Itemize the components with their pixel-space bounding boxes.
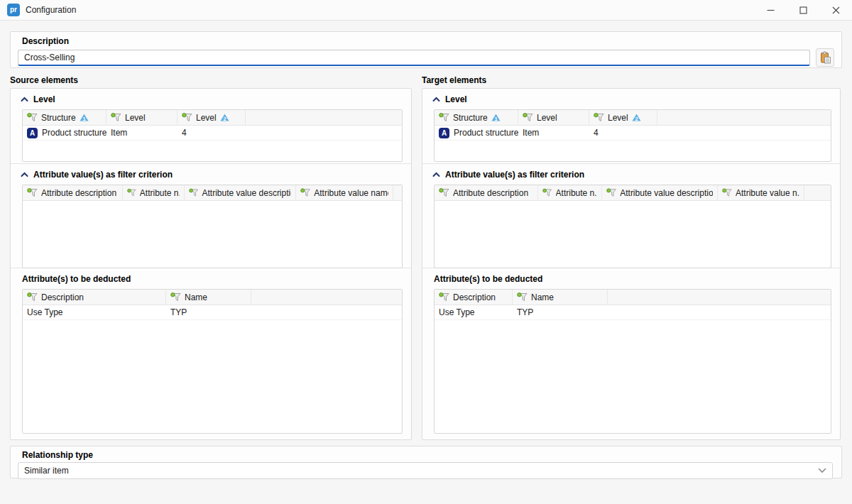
target-level-section-header[interactable]: Level — [422, 89, 840, 109]
description-input[interactable] — [18, 50, 810, 66]
source-deducted-table: Description Name Use Type TYP — [22, 289, 403, 434]
relationship-type-dropdown[interactable]: Similar item — [18, 462, 833, 479]
maximize-button[interactable] — [787, 0, 819, 20]
svg-text:1: 1 — [494, 116, 497, 121]
funnel-filter-icon[interactable] — [27, 292, 38, 302]
cell-structure: Product structure — [42, 128, 106, 138]
column-label: Attribute value description — [620, 188, 713, 198]
source-filter-section: Attribute value(s) as filter criterion A… — [11, 164, 411, 268]
column-header-attribute-description[interactable]: Attribute description — [23, 185, 123, 200]
column-header-name[interactable]: Name — [513, 290, 608, 305]
description-label: Description — [11, 32, 841, 46]
close-button[interactable] — [819, 0, 852, 20]
cell-description: Use Type — [23, 305, 166, 319]
column-header-level[interactable]: Level — [106, 110, 178, 125]
column-label: Attribute value n... — [736, 188, 799, 198]
funnel-filter-icon[interactable] — [182, 113, 192, 122]
column-label: Structure — [41, 113, 76, 123]
column-header-attribute-description[interactable]: Attribute description — [435, 185, 538, 200]
sort-priority-icon: 2 — [220, 114, 229, 121]
column-header-attribute-value-name[interactable]: Attribute value name — [296, 185, 393, 200]
column-label: Description — [41, 292, 84, 302]
cell-level-number: 4 — [589, 126, 657, 140]
source-deducted-section: Attribute(s) to be deducted Description … — [11, 268, 411, 439]
column-header-attribute-value-description[interactable]: Attribute value description — [185, 185, 296, 200]
app-logo-icon: pr — [7, 4, 20, 16]
column-header-description[interactable]: Description — [435, 290, 513, 305]
target-deducted-table: Description Name Use Type TYP — [434, 289, 831, 434]
svg-text:1: 1 — [82, 116, 85, 121]
column-header-attribute-value-description[interactable]: Attribute value description — [602, 185, 718, 200]
column-header-empty — [608, 290, 831, 305]
sort-priority-icon: 2 — [632, 114, 641, 121]
close-icon — [832, 6, 840, 14]
funnel-filter-icon[interactable] — [542, 188, 552, 197]
column-label: Name — [185, 292, 207, 302]
table-header: Structure 1 Level Level 2 — [23, 110, 402, 126]
table-row[interactable]: Use Type TYP — [435, 305, 831, 320]
column-header-structure[interactable]: Structure 1 — [23, 110, 106, 125]
column-label: Attribute description — [453, 188, 528, 198]
cell-level: Item — [518, 126, 589, 140]
minimize-button[interactable] — [754, 0, 787, 20]
column-header-structure[interactable]: Structure 1 — [435, 110, 518, 125]
chevron-up-icon — [432, 97, 440, 102]
column-header-attribute-name[interactable]: Attribute n... — [123, 185, 185, 200]
table-header: Structure 1 Level Level 2 — [435, 110, 831, 126]
cell-description: Use Type — [435, 305, 513, 319]
column-header-level-number[interactable]: Level 2 — [589, 110, 657, 125]
relationship-type-panel: Relationship type Similar item — [10, 446, 842, 478]
paste-clipboard-icon — [819, 51, 832, 65]
funnel-filter-icon[interactable] — [439, 188, 449, 197]
dropdown-selected-value: Similar item — [24, 466, 69, 476]
column-header-level[interactable]: Level — [518, 110, 589, 125]
column-header-attribute-name[interactable]: Attribute n... — [538, 185, 602, 200]
funnel-filter-icon[interactable] — [27, 188, 38, 197]
table-row[interactable]: A Product structure Item 4 — [435, 126, 831, 141]
column-header-attribute-value-name[interactable]: Attribute value n... — [718, 185, 804, 200]
source-elements-panel: Level Structure 1 Level Level — [10, 88, 412, 440]
column-header-description[interactable]: Description — [23, 290, 166, 305]
funnel-filter-icon[interactable] — [127, 188, 136, 197]
maximize-icon — [799, 6, 807, 14]
target-filter-section-header[interactable]: Attribute value(s) as filter criterion — [422, 164, 840, 185]
source-filter-section-header[interactable]: Attribute value(s) as filter criterion — [11, 164, 411, 185]
column-label: Attribute value name — [314, 188, 388, 198]
column-label: Attribute description — [41, 188, 116, 198]
funnel-filter-icon[interactable] — [111, 113, 121, 122]
column-label: Level — [125, 113, 146, 123]
table-row[interactable]: A Product structure Item 4 — [23, 126, 402, 141]
funnel-filter-icon[interactable] — [189, 188, 199, 197]
column-label: Level — [196, 113, 217, 123]
funnel-filter-icon[interactable] — [170, 292, 181, 302]
source-level-section: Level Structure 1 Level Level — [11, 89, 411, 164]
source-level-section-header[interactable]: Level — [11, 89, 411, 109]
funnel-filter-icon[interactable] — [300, 188, 310, 197]
funnel-filter-icon[interactable] — [439, 113, 449, 122]
structure-type-icon: A — [439, 128, 449, 138]
chevron-up-icon — [432, 172, 440, 177]
table-header: Attribute description Attribute n... Att… — [435, 185, 831, 201]
column-header-empty — [804, 185, 831, 200]
section-title: Attribute(s) to be deducted — [434, 274, 542, 284]
window-title: Configuration — [26, 5, 76, 15]
cell-name: TYP — [166, 305, 251, 319]
funnel-filter-icon[interactable] — [594, 113, 604, 122]
cell-name: TYP — [513, 305, 608, 319]
funnel-filter-icon[interactable] — [722, 188, 732, 197]
column-header-empty — [657, 110, 831, 125]
paste-button[interactable] — [816, 48, 834, 67]
table-row[interactable]: Use Type TYP — [23, 305, 402, 320]
column-header-name[interactable]: Name — [166, 290, 251, 305]
funnel-filter-icon[interactable] — [606, 188, 616, 197]
funnel-filter-icon[interactable] — [27, 113, 38, 122]
minimize-icon — [767, 6, 775, 14]
column-header-empty — [246, 110, 402, 125]
funnel-filter-icon[interactable] — [523, 113, 533, 122]
target-level-section: Level Structure 1 Level Level — [422, 89, 840, 164]
funnel-filter-icon[interactable] — [439, 292, 449, 302]
funnel-filter-icon[interactable] — [517, 292, 528, 302]
titlebar: pr Configuration — [0, 0, 852, 21]
column-header-level-number[interactable]: Level 2 — [178, 110, 246, 125]
target-filter-table: Attribute description Attribute n... Att… — [434, 185, 831, 268]
